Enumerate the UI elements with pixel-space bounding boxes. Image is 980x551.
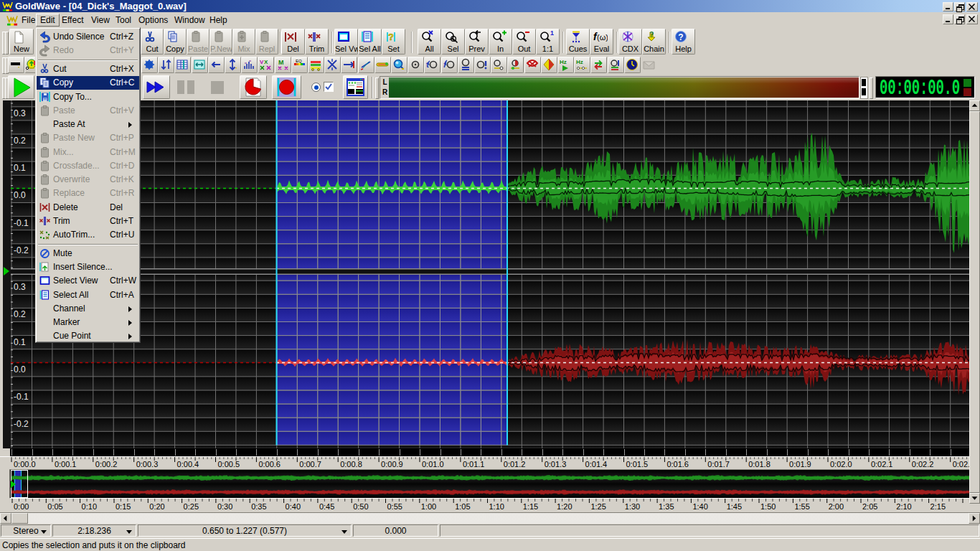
svg-text:0.2: 0.2 xyxy=(14,309,26,319)
svg-text:1:20: 1:20 xyxy=(557,502,572,511)
svg-text:0:00: 0:00 xyxy=(14,502,29,511)
svg-text:0:25: 0:25 xyxy=(184,502,199,511)
svg-text:0:50: 0:50 xyxy=(353,502,368,511)
svg-text:0:00.8: 0:00.8 xyxy=(340,460,362,468)
svg-text:1:00: 1:00 xyxy=(421,502,436,511)
svg-text:1:05: 1:05 xyxy=(455,502,470,511)
svg-text:0.3: 0.3 xyxy=(14,282,26,292)
svg-text:0:20: 0:20 xyxy=(149,502,164,511)
svg-text:0:01.7: 0:01.7 xyxy=(707,460,730,468)
svg-text:0:01.4: 0:01.4 xyxy=(585,460,608,468)
svg-text:2:00: 2:00 xyxy=(829,502,844,511)
svg-text:0:45: 0:45 xyxy=(319,502,334,511)
svg-text:0:00.6: 0:00.6 xyxy=(258,460,281,468)
svg-text:0:01.6: 0:01.6 xyxy=(666,460,689,468)
svg-text:0.0: 0.0 xyxy=(14,190,26,200)
svg-text:0:01.2: 0:01.2 xyxy=(504,460,526,468)
svg-text:0:00.2: 0:00.2 xyxy=(95,460,118,468)
svg-text:0:05: 0:05 xyxy=(47,502,62,511)
svg-text:1:55: 1:55 xyxy=(794,502,809,511)
svg-text:0:00.1: 0:00.1 xyxy=(55,460,77,468)
svg-text:M: M xyxy=(278,59,284,66)
svg-text:0.1: 0.1 xyxy=(14,163,26,173)
svg-text:2:05: 2:05 xyxy=(862,502,877,511)
svg-text:0:55: 0:55 xyxy=(387,502,402,511)
svg-text:0.2: 0.2 xyxy=(14,136,26,146)
svg-text:0:00.0: 0:00.0 xyxy=(14,460,36,468)
svg-text:1:40: 1:40 xyxy=(692,502,707,511)
svg-text:0:01.9: 0:01.9 xyxy=(789,460,811,468)
svg-text:?: ? xyxy=(649,30,654,39)
svg-text:0:01.0: 0:01.0 xyxy=(422,460,444,468)
svg-text:?: ? xyxy=(388,32,394,42)
svg-text:0:02.2: 0:02.2 xyxy=(912,460,934,468)
svg-text:1:10: 1:10 xyxy=(489,502,504,511)
svg-text:X: X xyxy=(264,59,268,65)
svg-text:-0.2: -0.2 xyxy=(14,419,29,429)
svg-text:1: 1 xyxy=(550,30,554,37)
svg-text:0:00.4: 0:00.4 xyxy=(177,460,199,468)
svg-text:0:00.3: 0:00.3 xyxy=(136,460,159,468)
svg-text:0:30: 0:30 xyxy=(217,502,232,511)
svg-text:Hz: Hz xyxy=(560,59,567,65)
svg-text:0:00.9: 0:00.9 xyxy=(381,460,403,468)
svg-text:2:10: 2:10 xyxy=(896,502,911,511)
svg-text:1:25: 1:25 xyxy=(590,502,606,511)
svg-text:0.1: 0.1 xyxy=(14,337,26,347)
svg-text:0.3: 0.3 xyxy=(14,108,26,118)
svg-text:0:40: 0:40 xyxy=(286,502,301,511)
svg-text:0.0: 0.0 xyxy=(14,364,26,375)
svg-text:0:10: 0:10 xyxy=(82,502,97,511)
svg-text:0:01.3: 0:01.3 xyxy=(545,460,567,468)
svg-text:0:35: 0:35 xyxy=(251,502,266,511)
svg-text:0:00.7: 0:00.7 xyxy=(299,460,321,468)
svg-text:(ω): (ω) xyxy=(597,33,608,42)
svg-text:-0.1: -0.1 xyxy=(14,218,29,228)
svg-text:?: ? xyxy=(678,32,683,42)
svg-text:0:02.0: 0:02.0 xyxy=(830,460,852,468)
svg-text:0:00.5: 0:00.5 xyxy=(218,460,240,468)
svg-text:0:01.1: 0:01.1 xyxy=(463,460,485,468)
svg-text:1:45: 1:45 xyxy=(727,502,742,511)
svg-text:1:35: 1:35 xyxy=(659,502,674,511)
svg-text:0:02.1: 0:02.1 xyxy=(871,460,893,468)
svg-text:-0.2: -0.2 xyxy=(14,245,29,255)
svg-text:1:15: 1:15 xyxy=(523,502,538,511)
svg-text:0:01.8: 0:01.8 xyxy=(748,460,771,468)
svg-text:0:01.5: 0:01.5 xyxy=(626,460,649,468)
svg-text:1:50: 1:50 xyxy=(760,502,776,511)
svg-text:1:30: 1:30 xyxy=(625,502,640,511)
svg-text:-0.1: -0.1 xyxy=(14,392,29,402)
svg-text:0:15: 0:15 xyxy=(116,502,131,511)
svg-text:2:15: 2:15 xyxy=(930,502,946,511)
svg-text:EQ: EQ xyxy=(296,59,302,63)
svg-text:Hz: Hz xyxy=(576,59,583,65)
